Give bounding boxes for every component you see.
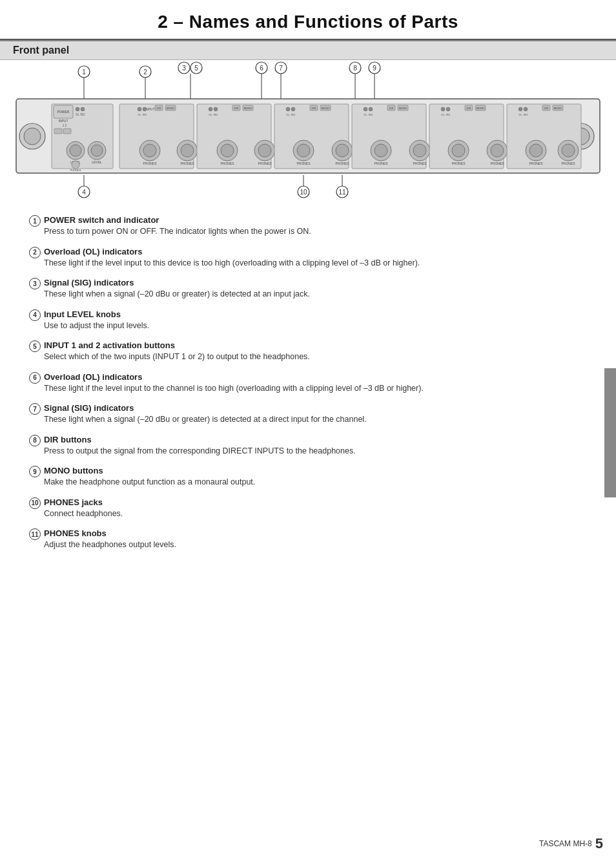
svg-text:MONO: MONO	[244, 107, 252, 110]
svg-point-109	[441, 107, 445, 111]
desc-text-5: Select which of the two inputs (INPUT 1 …	[44, 351, 590, 363]
svg-point-49	[138, 107, 141, 111]
svg-text:SIG: SIG	[446, 113, 451, 116]
svg-point-31	[76, 107, 79, 111]
desc-item-3: 3 Signal (SIG) indicators These light wh…	[26, 278, 590, 300]
desc-item-5: 5 INPUT 1 and 2 activation buttons Selec…	[26, 340, 590, 363]
desc-title-7: Signal (SIG) indicators	[44, 403, 590, 413]
svg-point-95	[369, 107, 373, 111]
desc-item-1: 1 POWER switch and indicator Press to tu…	[26, 215, 590, 238]
svg-text:OL: OL	[441, 113, 445, 116]
desc-content-5: INPUT 1 and 2 activation buttons Select …	[44, 340, 590, 363]
svg-point-32	[81, 107, 85, 111]
svg-text:DIR: DIR	[234, 107, 239, 110]
svg-point-88	[297, 144, 310, 157]
svg-point-121	[491, 144, 504, 157]
desc-content-1: POWER switch and indicator Press to turn…	[44, 215, 590, 238]
svg-text:MONO: MONO	[399, 107, 407, 110]
desc-content-6: Overload (OL) indicators These light if …	[44, 372, 590, 395]
svg-text:INPUT: INPUT	[59, 119, 68, 123]
desc-num-11: 11	[26, 528, 44, 540]
svg-text:11: 11	[338, 189, 346, 196]
desc-text-11: Adjust the headphones output levels.	[44, 539, 590, 551]
svg-text:OL: OL	[76, 113, 80, 116]
desc-title-6: Overload (OL) indicators	[44, 372, 590, 382]
descriptions-area: 1 POWER switch and indicator Press to tu…	[0, 209, 616, 579]
desc-content-9: MONO buttons Make the headphone output f…	[44, 466, 590, 488]
svg-point-125	[524, 107, 528, 111]
svg-text:POWER: POWER	[57, 110, 70, 114]
svg-point-103	[375, 144, 387, 157]
svg-text:DIR: DIR	[467, 107, 471, 110]
desc-title-11: PHONES knobs	[44, 528, 590, 538]
svg-text:OL: OL	[518, 113, 522, 116]
desc-text-2: These light if the level input to this d…	[44, 258, 590, 269]
desc-item-8: 8 DIR buttons Press to output the signal…	[26, 435, 590, 457]
svg-text:PHONES: PHONES	[413, 162, 427, 165]
svg-point-64	[209, 107, 212, 111]
page-title-area: 2 – Names and Functions of Parts	[0, 0, 616, 40]
svg-point-91	[336, 144, 349, 157]
desc-num-3: 3	[26, 278, 44, 289]
device-diagram: 1 2 3 5 6 7 8 9	[0, 60, 616, 209]
desc-num-2: 2	[26, 247, 44, 258]
svg-text:PHONES: PHONES	[70, 169, 81, 172]
desc-title-10: PHONES jacks	[44, 497, 590, 507]
svg-text:OL: OL	[138, 113, 141, 116]
svg-point-80	[291, 107, 295, 111]
desc-content-7: Signal (SIG) indicators These light when…	[44, 403, 590, 426]
svg-text:PHONES: PHONES	[374, 162, 388, 165]
svg-text:SIG: SIG	[80, 113, 85, 116]
svg-text:PHONES: PHONES	[451, 162, 466, 165]
desc-num-8: 8	[26, 435, 44, 446]
svg-text:OL: OL	[286, 113, 290, 116]
page-number: 5	[595, 835, 603, 852]
desc-item-9: 9 MONO buttons Make the headphone output…	[26, 466, 590, 488]
svg-text:OL: OL	[364, 113, 367, 116]
svg-point-79	[286, 107, 290, 111]
svg-text:3: 3	[182, 65, 186, 72]
svg-rect-38	[63, 129, 71, 134]
svg-point-65	[214, 107, 218, 111]
svg-text:7: 7	[279, 65, 283, 72]
desc-text-10: Connect headphones.	[44, 508, 590, 520]
section-header: Front panel	[0, 40, 616, 60]
desc-content-4: Input LEVEL knobs Use to adjust the inpu…	[44, 309, 590, 332]
svg-text:DIR: DIR	[312, 107, 316, 110]
desc-text-3: These light when a signal (–20 dBu or gr…	[44, 289, 590, 300]
svg-text:SIG: SIG	[214, 113, 218, 116]
svg-text:PHONES: PHONES	[258, 162, 272, 165]
right-tab	[604, 368, 616, 497]
desc-item-2: 2 Overload (OL) indicators These light i…	[26, 247, 590, 269]
desc-text-7: These light when a signal (–20 dBu or gr…	[44, 414, 590, 426]
desc-title-1: POWER switch and indicator	[44, 215, 590, 225]
svg-point-106	[413, 144, 426, 157]
desc-content-8: DIR buttons Press to output the signal f…	[44, 435, 590, 457]
desc-title-8: DIR buttons	[44, 435, 590, 444]
desc-num-7: 7	[26, 403, 44, 415]
svg-text:4: 4	[82, 189, 86, 196]
svg-point-136	[562, 144, 575, 157]
svg-text:1: 1	[82, 68, 86, 76]
svg-text:PHONES: PHONES	[561, 162, 575, 165]
svg-text:DIR: DIR	[157, 107, 161, 110]
desc-item-10: 10 PHONES jacks Connect headphones.	[26, 497, 590, 520]
svg-point-76	[258, 144, 271, 157]
svg-text:MONO: MONO	[477, 107, 484, 110]
svg-text:SIG: SIG	[524, 113, 528, 116]
svg-point-45	[72, 161, 79, 169]
svg-text:DIR: DIR	[389, 107, 394, 110]
svg-text:1  2: 1 2	[63, 124, 67, 127]
svg-rect-37	[54, 129, 62, 134]
svg-point-42	[91, 145, 103, 156]
svg-point-73	[221, 144, 234, 157]
page-title: 2 – Names and Functions of Parts	[26, 12, 590, 32]
svg-text:PHONES: PHONES	[296, 162, 311, 165]
desc-text-9: Make the headphone output function as a …	[44, 477, 590, 488]
svg-text:10: 10	[300, 189, 307, 196]
svg-text:5: 5	[194, 65, 198, 72]
svg-text:PHONES: PHONES	[529, 162, 543, 165]
desc-content-11: PHONES knobs Adjust the headphones outpu…	[44, 528, 590, 551]
desc-item-11: 11 PHONES knobs Adjust the headphones ou…	[26, 528, 590, 551]
svg-text:SIG: SIG	[369, 113, 373, 116]
